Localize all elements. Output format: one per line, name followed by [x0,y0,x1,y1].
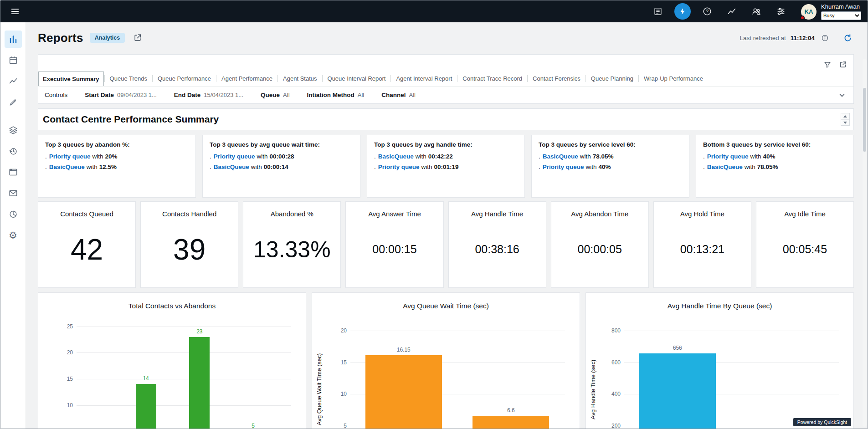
chart-plot: 510152016.156.6 [350,321,565,429]
tab-wrap-up-performance[interactable]: Wrap-Up Performance [639,71,708,86]
users-icon[interactable] [748,3,765,20]
quicksight-badge: Powered by QuickSight [793,418,851,426]
filter-end-date[interactable]: End Date 15/04/2023 1... [174,92,243,98]
tab-separator [638,75,639,82]
bar-value-label: 23 [189,328,210,335]
gridline [77,379,291,379]
y-tick-label: 20 [329,327,347,334]
vertical-scrollbar [863,59,867,427]
queue-link[interactable]: Priority queue [543,163,584,170]
menu-icon[interactable] [7,3,23,20]
status-select[interactable]: Busy [821,11,861,20]
queue-stat-line: .Priority queuewith00:00:28 [210,153,353,160]
kpi-avg-handle-time: Avg Handle Time 00:38:16 [448,201,546,288]
bar-contacts[interactable] [189,337,210,429]
queue-link[interactable]: Priority queue [49,153,91,160]
gear-icon: ⚙ [9,230,17,240]
sidebar-item-layers[interactable] [5,122,22,139]
queue-link[interactable]: Priority queue [214,153,255,160]
help-icon[interactable]: ? [699,3,715,20]
queue-link[interactable]: BasicQueue [378,153,414,160]
tab-separator [457,75,457,82]
topbar-actions: ? KA Khurram Awan Busy [650,3,861,20]
filter-initiation-method[interactable]: Intiation Method All [307,92,365,98]
scroll-down-icon[interactable] [841,119,849,125]
queue-stat-line: .Priority queuewith40% [703,153,847,160]
tab-contact-forensics[interactable]: Contact Forensics [528,71,585,86]
tab-agent-status[interactable]: Agent Status [278,71,321,86]
y-tick-label: 400 [603,391,621,397]
tabs-row: Executive Summary Queue Trends Queue Per… [38,55,853,87]
external-link-icon[interactable] [131,31,144,44]
y-tick-label: 20 [56,349,73,356]
bar-contacts[interactable] [136,384,156,429]
queue-link[interactable]: BasicQueue [543,153,578,160]
bar-value-label: 14 [136,375,156,382]
tab-agent-interval-report[interactable]: Agent Interval Report [391,71,457,86]
user-block: KA Khurram Awan Busy [801,3,861,20]
filter-start-date[interactable]: Start Date 09/04/2023 1... [85,92,157,98]
kpi-avg-answer-time: Avg Answer Time 00:00:15 [345,201,443,288]
lightning-icon[interactable] [674,3,691,20]
tab-separator [527,75,528,82]
info-icon[interactable] [819,32,830,43]
sidebar-item-line-chart[interactable] [5,72,22,90]
sidebar-item-pen[interactable] [5,93,22,111]
refresh-icon[interactable] [841,31,854,44]
kpi-avg-abandon-time: Avg Abandon Time 00:00:05 [551,201,649,288]
tab-separator [104,75,105,82]
controls-label: Controls [45,92,67,98]
main-content: Reports Analytics Last refreshed at 11:1… [26,22,868,429]
metrics-chart-icon[interactable] [724,3,740,20]
chart-avg-queue-wait-time: Avg Queue Wait Time (sec) Avg Queue Wait… [312,292,580,429]
gridline [350,331,565,331]
chart-plot: 200400600800656 [624,321,839,429]
queue-link[interactable]: BasicQueue [214,163,249,170]
bar-avg-handle-time[interactable] [639,353,716,429]
app-window: ? KA Khurram Awan Busy [0,0,868,429]
filter-channel[interactable]: Channel All [381,92,416,98]
queue-stat-line: .BasicQueuewith78.05% [703,163,847,170]
chevron-down-icon[interactable] [836,89,848,101]
kpi-row: Contacts Queued 42 Contacts Handled 39 A… [38,201,854,288]
last-refreshed-time: 11:12:04 [791,35,815,41]
queue-stat-line: .BasicQueuewith00:42:22 [374,153,518,160]
queue-link[interactable]: Priority queue [378,163,420,170]
tab-queue-trends[interactable]: Queue Trends [105,71,152,86]
queue-link[interactable]: Priority queue [707,153,749,160]
bar-avg-queue-wait-time[interactable] [473,416,549,429]
tab-queue-interval-report[interactable]: Queue Interval Report [323,71,390,86]
sidebar-item-calendar[interactable] [5,51,22,69]
sidebar-item-history[interactable] [5,143,22,160]
tab-executive-summary[interactable]: Executive Summary [38,72,104,87]
sliders-icon[interactable] [773,3,789,20]
tab-contract-trace-record[interactable]: Contract Trace Record [458,71,527,86]
bar-value-label: 16.15 [365,347,442,353]
gridline [77,327,291,327]
tab-agent-performance[interactable]: Agent Performance [217,71,277,86]
sidebar-item-reports[interactable] [5,31,22,48]
filter-icon[interactable] [822,59,833,71]
gridline [624,331,839,331]
sidebar-item-settings[interactable]: ⚙ [5,226,22,244]
tab-queue-planning[interactable]: Queue Planning [586,71,638,86]
scrollbar-thumb[interactable] [863,88,866,152]
chart-title: Avg Handle Time By Queue (sec) [586,302,853,310]
sidebar-item-window[interactable] [5,163,22,181]
queue-link[interactable]: BasicQueue [49,163,85,170]
filter-queue[interactable]: Queue All [261,92,289,98]
sidebar-item-pie-chart[interactable] [5,205,22,223]
bar-avg-queue-wait-time[interactable] [365,355,442,429]
queue-link[interactable]: BasicQueue [707,163,743,170]
tab-queue-performance[interactable]: Queue Performance [153,71,216,86]
scroll-up-icon[interactable] [841,113,849,119]
queue-stat-line: .BasicQueuewith00:00:14 [210,163,353,170]
avatar[interactable]: KA [801,4,817,20]
notes-icon[interactable] [650,3,666,20]
report-panel: Executive Summary Queue Trends Queue Per… [38,54,854,104]
scroll-spinner [841,113,850,126]
y-axis-label: Avg Handle Time (sec) [590,321,596,429]
queue-stat-line: .BasicQueuewith78.05% [539,153,682,160]
sidebar-item-mail[interactable] [5,184,22,202]
expand-icon[interactable] [837,59,849,71]
